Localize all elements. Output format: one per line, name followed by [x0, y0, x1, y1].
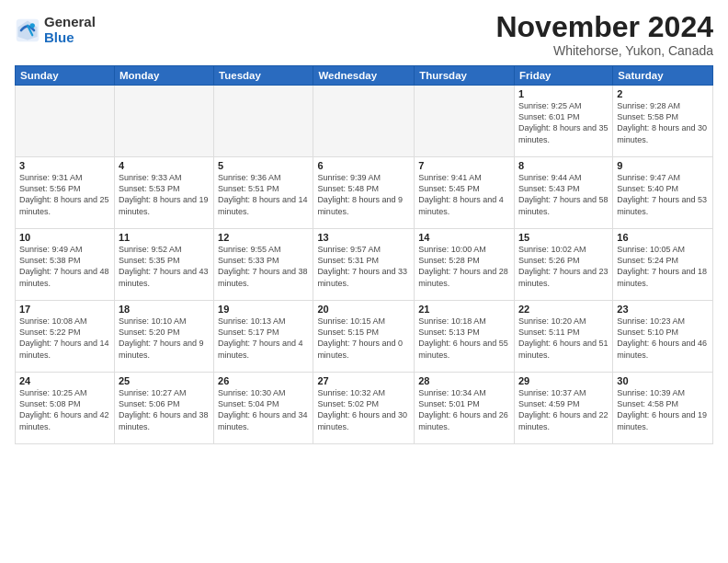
header-thursday: Thursday	[415, 66, 515, 86]
title-block: November 2024 Whitehorse, Yukon, Canada	[495, 11, 713, 58]
day-number: 12	[218, 232, 309, 243]
day-cell-1-0: 3Sunrise: 9:31 AM Sunset: 5:56 PM Daylig…	[16, 157, 115, 229]
day-cell-0-4	[415, 86, 515, 157]
day-cell-4-1: 25Sunrise: 10:27 AM Sunset: 5:06 PM Dayl…	[114, 373, 213, 444]
day-cell-2-6: 16Sunrise: 10:05 AM Sunset: 5:24 PM Dayl…	[613, 229, 713, 301]
day-info: Sunrise: 10:32 AM Sunset: 5:02 PM Daylig…	[317, 387, 410, 432]
day-info: Sunrise: 9:52 AM Sunset: 5:35 PM Dayligh…	[119, 244, 210, 289]
day-info: Sunrise: 9:47 AM Sunset: 5:40 PM Dayligh…	[617, 172, 709, 217]
day-info: Sunrise: 10:39 AM Sunset: 4:58 PM Daylig…	[617, 387, 709, 432]
day-info: Sunrise: 9:33 AM Sunset: 5:53 PM Dayligh…	[119, 172, 210, 217]
day-cell-3-4: 21Sunrise: 10:18 AM Sunset: 5:13 PM Dayl…	[415, 301, 515, 373]
day-cell-0-3	[313, 86, 415, 157]
day-number: 19	[218, 304, 309, 315]
day-number: 23	[617, 304, 709, 315]
day-cell-3-5: 22Sunrise: 10:20 AM Sunset: 5:11 PM Dayl…	[514, 301, 612, 373]
logo-general: General	[44, 15, 96, 30]
day-info: Sunrise: 10:18 AM Sunset: 5:13 PM Daylig…	[418, 316, 510, 361]
day-number: 20	[317, 304, 410, 315]
day-cell-4-4: 28Sunrise: 10:34 AM Sunset: 5:01 PM Dayl…	[415, 373, 515, 444]
day-cell-4-5: 29Sunrise: 10:37 AM Sunset: 4:59 PM Dayl…	[514, 373, 612, 444]
day-info: Sunrise: 9:31 AM Sunset: 5:56 PM Dayligh…	[19, 172, 110, 217]
week-row-5: 24Sunrise: 10:25 AM Sunset: 5:08 PM Dayl…	[16, 373, 713, 444]
day-number: 13	[317, 232, 410, 243]
day-cell-3-2: 19Sunrise: 10:13 AM Sunset: 5:17 PM Dayl…	[214, 301, 313, 373]
header-tuesday: Tuesday	[214, 66, 313, 86]
day-info: Sunrise: 9:36 AM Sunset: 5:51 PM Dayligh…	[218, 172, 309, 217]
day-cell-1-2: 5Sunrise: 9:36 AM Sunset: 5:51 PM Daylig…	[214, 157, 313, 229]
day-cell-1-1: 4Sunrise: 9:33 AM Sunset: 5:53 PM Daylig…	[114, 157, 213, 229]
day-cell-0-5: 1Sunrise: 9:25 AM Sunset: 6:01 PM Daylig…	[514, 86, 612, 157]
day-info: Sunrise: 10:05 AM Sunset: 5:24 PM Daylig…	[617, 244, 709, 289]
day-cell-2-2: 12Sunrise: 9:55 AM Sunset: 5:33 PM Dayli…	[214, 229, 313, 301]
day-number: 8	[518, 160, 609, 171]
day-info: Sunrise: 9:25 AM Sunset: 6:01 PM Dayligh…	[518, 100, 609, 145]
day-number: 27	[317, 375, 410, 386]
day-number: 15	[518, 232, 609, 243]
day-info: Sunrise: 10:37 AM Sunset: 4:59 PM Daylig…	[518, 387, 609, 432]
day-number: 14	[418, 232, 510, 243]
day-info: Sunrise: 10:30 AM Sunset: 5:04 PM Daylig…	[218, 387, 309, 432]
logo: General Blue	[15, 15, 96, 45]
day-number: 18	[119, 304, 210, 315]
day-number: 26	[218, 375, 309, 386]
day-info: Sunrise: 9:57 AM Sunset: 5:31 PM Dayligh…	[317, 244, 410, 289]
day-info: Sunrise: 10:20 AM Sunset: 5:11 PM Daylig…	[518, 316, 609, 361]
day-info: Sunrise: 9:44 AM Sunset: 5:43 PM Dayligh…	[518, 172, 609, 217]
day-number: 25	[119, 375, 210, 386]
calendar-container: General Blue November 2024 Whitehorse, Y…	[0, 0, 728, 563]
calendar-table: Sunday Monday Tuesday Wednesday Thursday…	[15, 65, 713, 444]
day-info: Sunrise: 9:39 AM Sunset: 5:48 PM Dayligh…	[317, 172, 410, 217]
day-cell-4-3: 27Sunrise: 10:32 AM Sunset: 5:02 PM Dayl…	[313, 373, 415, 444]
day-info: Sunrise: 10:34 AM Sunset: 5:01 PM Daylig…	[418, 387, 510, 432]
day-number: 9	[617, 160, 709, 171]
month-title: November 2024	[495, 11, 713, 43]
header-monday: Monday	[114, 66, 213, 86]
day-cell-2-4: 14Sunrise: 10:00 AM Sunset: 5:28 PM Dayl…	[415, 229, 515, 301]
day-number: 16	[617, 232, 709, 243]
day-number: 10	[19, 232, 110, 243]
header-sunday: Sunday	[16, 66, 115, 86]
day-number: 30	[617, 375, 709, 386]
day-cell-4-2: 26Sunrise: 10:30 AM Sunset: 5:04 PM Dayl…	[214, 373, 313, 444]
day-info: Sunrise: 10:13 AM Sunset: 5:17 PM Daylig…	[218, 316, 309, 361]
day-info: Sunrise: 9:41 AM Sunset: 5:45 PM Dayligh…	[418, 172, 510, 217]
logo-blue: Blue	[44, 30, 96, 46]
day-cell-3-3: 20Sunrise: 10:15 AM Sunset: 5:15 PM Dayl…	[313, 301, 415, 373]
day-number: 3	[19, 160, 110, 171]
day-number: 17	[19, 304, 110, 315]
day-number: 5	[218, 160, 309, 171]
week-row-3: 10Sunrise: 9:49 AM Sunset: 5:38 PM Dayli…	[16, 229, 713, 301]
logo-icon	[15, 17, 40, 43]
day-info: Sunrise: 10:00 AM Sunset: 5:28 PM Daylig…	[418, 244, 510, 289]
day-cell-0-6: 2Sunrise: 9:28 AM Sunset: 5:58 PM Daylig…	[613, 86, 713, 157]
header-wednesday: Wednesday	[313, 66, 415, 86]
day-cell-4-0: 24Sunrise: 10:25 AM Sunset: 5:08 PM Dayl…	[16, 373, 115, 444]
day-info: Sunrise: 9:28 AM Sunset: 5:58 PM Dayligh…	[617, 100, 709, 145]
day-cell-1-4: 7Sunrise: 9:41 AM Sunset: 5:45 PM Daylig…	[415, 157, 515, 229]
day-info: Sunrise: 9:49 AM Sunset: 5:38 PM Dayligh…	[19, 244, 110, 289]
day-number: 24	[19, 375, 110, 386]
day-number: 29	[518, 375, 609, 386]
logo-text: General Blue	[44, 15, 96, 45]
week-row-1: 1Sunrise: 9:25 AM Sunset: 6:01 PM Daylig…	[16, 86, 713, 157]
header-saturday: Saturday	[613, 66, 713, 86]
day-cell-1-6: 9Sunrise: 9:47 AM Sunset: 5:40 PM Daylig…	[613, 157, 713, 229]
day-cell-0-1	[114, 86, 213, 157]
day-cell-2-1: 11Sunrise: 9:52 AM Sunset: 5:35 PM Dayli…	[114, 229, 213, 301]
day-cell-1-5: 8Sunrise: 9:44 AM Sunset: 5:43 PM Daylig…	[514, 157, 612, 229]
day-cell-3-6: 23Sunrise: 10:23 AM Sunset: 5:10 PM Dayl…	[613, 301, 713, 373]
day-cell-3-1: 18Sunrise: 10:10 AM Sunset: 5:20 PM Dayl…	[114, 301, 213, 373]
day-cell-2-0: 10Sunrise: 9:49 AM Sunset: 5:38 PM Dayli…	[16, 229, 115, 301]
day-number: 28	[418, 375, 510, 386]
location: Whitehorse, Yukon, Canada	[495, 43, 713, 58]
day-info: Sunrise: 10:23 AM Sunset: 5:10 PM Daylig…	[617, 316, 709, 361]
header-friday: Friday	[514, 66, 612, 86]
day-cell-2-3: 13Sunrise: 9:57 AM Sunset: 5:31 PM Dayli…	[313, 229, 415, 301]
day-info: Sunrise: 10:27 AM Sunset: 5:06 PM Daylig…	[119, 387, 210, 432]
day-number: 2	[617, 88, 709, 99]
day-number: 6	[317, 160, 410, 171]
day-info: Sunrise: 10:08 AM Sunset: 5:22 PM Daylig…	[19, 316, 110, 361]
day-number: 4	[119, 160, 210, 171]
week-row-4: 17Sunrise: 10:08 AM Sunset: 5:22 PM Dayl…	[16, 301, 713, 373]
